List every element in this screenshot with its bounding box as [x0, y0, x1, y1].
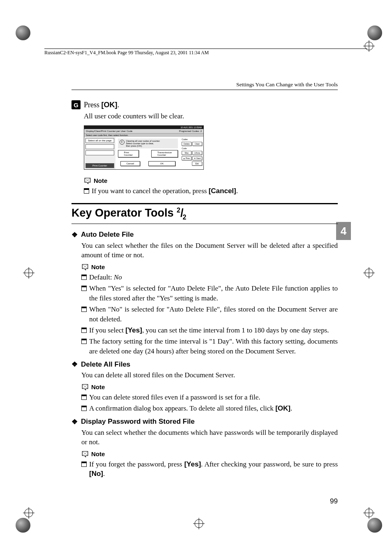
corner-ornament: [367, 518, 382, 533]
diamond-icon: ❖: [71, 360, 78, 369]
sb-datetime: 10 AUG 2001 12:05AM: [181, 126, 202, 129]
sb-code-1: 3 3 3 3: [85, 144, 114, 149]
delete-all-heading: Delete All Files: [81, 360, 130, 369]
section-rule-bottom: [71, 224, 338, 224]
registration-mark: [363, 267, 375, 279]
note-heading: Note: [81, 450, 338, 458]
list-item: When "No" is selected for "Auto Delete F…: [81, 305, 338, 324]
sb-subtitle: Select user code first, then select func…: [84, 134, 203, 137]
corner-ornament: [367, 25, 382, 40]
list-item: When "Yes" is selected for "Auto Delete …: [81, 284, 338, 303]
list-item: You can delete stored files even if a pa…: [81, 392, 338, 402]
step-key: [OK]: [101, 101, 118, 109]
sb-right-panel: Codes DeleteClear Code Max1/Auto ▲ Prev.…: [180, 137, 203, 169]
subsection-heading: ❖ Auto Delete File: [71, 231, 338, 239]
b4-bold: [Yes]: [125, 326, 142, 334]
b4-pre: If you select: [89, 326, 125, 334]
step-result: All user code counters will be clear.: [84, 112, 338, 121]
registration-mark: [193, 518, 205, 529]
b1-italic: No: [114, 273, 122, 281]
b5-text: The factory setting for the time interva…: [89, 337, 338, 356]
note-label: Note: [94, 177, 107, 184]
b3-text: When "No" is selected for "Auto Delete F…: [89, 305, 338, 324]
note-label: Note: [91, 263, 105, 270]
sb-code-2: 7 7 7 7: [85, 150, 114, 155]
corner-ornament: [16, 25, 30, 40]
b1-pre: Default:: [89, 273, 114, 281]
b4-post: , you can set the time interval from 1 t…: [142, 326, 329, 334]
list-item: Default: No: [81, 272, 338, 282]
registration-mark: [23, 267, 35, 279]
sb-select-all: Select all on the page: [85, 138, 114, 143]
sb-r-delete: Delete: [182, 142, 191, 146]
dp-b1-mid: . After checking your password, be sure …: [201, 460, 338, 468]
chapter-tab: 4: [336, 222, 351, 240]
page-content: G Press [OK]. All user code counters wil…: [71, 100, 338, 480]
note-icon: [84, 177, 91, 185]
dp-b1-bold: [Yes]: [184, 460, 201, 468]
list-item: A confirmation dialog box appears. To de…: [81, 404, 338, 413]
note-icon: [81, 263, 89, 271]
display-pw-heading: Display Password with Stored File: [81, 418, 195, 426]
b2-text: When "Yes" is selected for "Auto Delete …: [89, 284, 338, 303]
note1-prefix: If you want to cancel the operation, pre…: [92, 187, 209, 195]
auto-delete-heading: Auto Delete File: [81, 231, 134, 239]
sb-r-clear: Clear: [192, 142, 202, 146]
step-prefix: Press: [84, 101, 101, 109]
da-b2-pre: A confirmation dialog box appears. To de…: [89, 404, 275, 412]
bullet-icon: [84, 188, 89, 194]
note-icon: [81, 383, 89, 391]
list-item: If you forget the password, press [Yes].…: [81, 459, 338, 479]
sb-r-max: Max: [182, 151, 191, 155]
step-instruction: Press [OK].: [84, 101, 119, 109]
sb-r-next: ▼ Next: [192, 156, 202, 160]
sb-r-auto: 1/Auto: [192, 151, 202, 155]
registration-mark: [23, 507, 35, 519]
section-rule-top: [71, 203, 338, 204]
frame-header-text: RussianC2-EN-sysF1_V4_FM.book Page 99 Th…: [44, 50, 209, 55]
header-rule: [71, 90, 338, 90]
sb-ok-btn: OK: [148, 161, 176, 166]
da-b2-bold: [OK]: [275, 404, 291, 412]
sb-r-exit: Exit: [192, 162, 202, 166]
registration-mark: [363, 507, 375, 519]
note-label: Note: [91, 383, 105, 390]
bullet-icon: [81, 275, 87, 280]
sb-transmission-btn: Transmission Counter: [151, 150, 178, 157]
note1-key: [Cancel]: [209, 187, 236, 195]
note-icon: [81, 450, 89, 458]
step-row: G Press [OK].: [71, 100, 338, 109]
diamond-icon: ❖: [71, 231, 78, 239]
da-b1: You can delete stored files even if a pa…: [89, 392, 261, 402]
note-heading: Note: [84, 177, 338, 185]
note-heading: Note: [81, 263, 338, 271]
bullet-icon: [81, 395, 87, 400]
section-title-text: Key Operator Tools: [71, 207, 177, 219]
sb-print-counter-btn: Print Counter: [118, 150, 139, 157]
sb-print-counter-left: Print Counter: [85, 163, 114, 168]
step-number-badge: G: [71, 100, 81, 109]
embedded-screenshot: 10 AUG 2001 12:05AM Display/Clear/Print …: [84, 125, 204, 170]
section-title-sub: 2: [182, 214, 186, 221]
frame-header: RussianC2-EN-sysF1_V4_FM.book Page 99 Th…: [44, 48, 367, 56]
dp-b1-bold2: [No]: [89, 470, 103, 478]
sb-cancel-btn: Cancel: [120, 161, 141, 166]
note-label: Note: [91, 450, 105, 457]
list-item: If you select [Yes], you can set the tim…: [81, 325, 338, 335]
bullet-icon: [81, 339, 87, 344]
sb-r-prev: ▲ Prev.: [182, 156, 191, 160]
section-title-sup: 2: [177, 207, 180, 214]
note1-suffix: .: [236, 187, 238, 195]
bullet-icon: [81, 462, 87, 467]
bullet-icon: [81, 286, 87, 291]
bullet-icon: [81, 328, 87, 333]
dp-b1-pre: If you forget the password, press: [89, 460, 184, 468]
corner-ornament: [16, 518, 30, 533]
subsection-heading: ❖ Delete All Files: [71, 360, 338, 369]
running-head: Settings You Can Change with the User To…: [236, 81, 338, 88]
sb-center: ! Clearing all user codes of counter. Se…: [115, 137, 181, 169]
auto-delete-para: You can select whether the files on the …: [81, 241, 338, 260]
bullet-icon: [81, 307, 87, 312]
note-bullet: If you want to cancel the operation, pre…: [84, 186, 338, 196]
delete-all-para: You can delete all stored files on the D…: [81, 370, 338, 380]
